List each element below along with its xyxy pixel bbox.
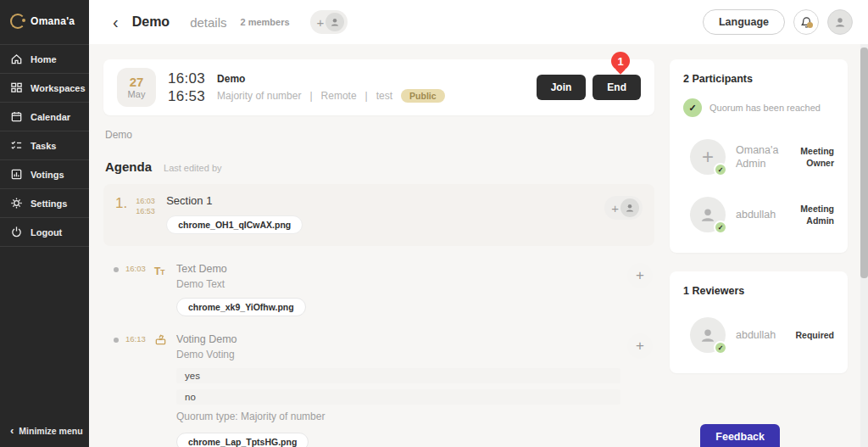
sidebar-item-label: Settings: [31, 198, 67, 209]
quorum-status-row: ✓ Quorum has been reached: [683, 98, 834, 117]
join-button[interactable]: Join: [537, 75, 587, 100]
tab-details[interactable]: details: [190, 15, 226, 30]
agenda-last-edited: Last edited by: [164, 163, 222, 173]
item-title: Text Demo: [176, 263, 620, 275]
meeting-quorum-type: Majority of number: [217, 90, 301, 102]
sidebar-item-tasks[interactable]: Tasks: [0, 131, 89, 160]
attended-check-icon: ✓: [714, 221, 727, 234]
sidebar-item-workspaces[interactable]: Workspaces: [0, 74, 89, 103]
attachment-chip[interactable]: chrome_Lap_TptsHG.png: [176, 433, 309, 447]
meeting-description: Demo: [105, 129, 654, 141]
feedback-button[interactable]: Feedback: [700, 424, 780, 447]
page-title: Demo: [132, 14, 170, 30]
meeting-month: May: [128, 89, 146, 99]
vote-option-yes[interactable]: yes: [176, 368, 620, 383]
meeting-date: 27 May: [117, 68, 156, 107]
sidebar-nav: Home Workspaces Calendar Tasks Votings S…: [0, 44, 89, 247]
app-root: Omana'a Home Workspaces Calendar Tasks V…: [0, 0, 868, 447]
participant-role: Meeting Admin: [786, 203, 834, 226]
agenda-section-row[interactable]: 1. 16:03 16:53 Section 1 chrome_OH1_qICw…: [103, 184, 654, 246]
reviewers-card: 1 Reviewers ✓ abdullah Required: [670, 271, 848, 373]
sidebar-item-label: Home: [31, 54, 57, 64]
section-times: 16:03 16:53: [136, 196, 158, 234]
participant-name: abdullah: [736, 208, 776, 221]
add-item-button[interactable]: +: [627, 263, 653, 288]
meeting-tag: test: [376, 90, 392, 102]
meta-separator: |: [365, 90, 368, 102]
sidebar-item-label: Calendar: [31, 112, 70, 122]
minimize-menu-label: Minimize menu: [19, 426, 82, 436]
sidebar-item-calendar[interactable]: Calendar: [0, 103, 89, 131]
right-column: 2 Participants ✓ Quorum has been reached…: [670, 59, 848, 447]
back-icon[interactable]: ‹: [113, 14, 119, 31]
sidebar-item-label: Votings: [31, 170, 64, 180]
quorum-type-label: Quorum type: Majority of number: [176, 411, 620, 422]
end-button[interactable]: End: [593, 75, 641, 100]
participants-card: 2 Participants ✓ Quorum has been reached…: [670, 59, 848, 253]
reviewed-check-icon: ✓: [714, 341, 727, 355]
reviewer-name: abdullah: [736, 328, 785, 342]
reviewer-row[interactable]: ✓ abdullah Required: [683, 310, 834, 360]
agenda-item-text[interactable]: 16:03 TT Text Demo Demo Text chrome_xk9_…: [103, 246, 654, 316]
notification-dot: [807, 22, 813, 28]
participant-row[interactable]: + ✓ Omana'a Admin Meeting Owner: [683, 132, 834, 182]
attended-check-icon: ✓: [714, 163, 727, 176]
scrollbar-track[interactable]: [860, 44, 868, 447]
members-count: 2 members: [240, 17, 289, 27]
main-area: ‹ Demo details 2 members + Language: [89, 0, 868, 447]
sidebar-item-logout[interactable]: Logout: [0, 218, 89, 247]
meeting-meta: Majority of number | Remote | test Publi…: [217, 89, 525, 103]
add-member-button[interactable]: +: [310, 10, 348, 34]
participant-role: Meeting Owner: [788, 145, 834, 169]
plus-icon: +: [317, 16, 325, 29]
reviewers-title: 1 Reviewers: [683, 285, 834, 297]
sidebar-item-settings[interactable]: Settings: [0, 189, 89, 218]
sidebar-item-label: Logout: [31, 227, 62, 237]
participants-title: 2 Participants: [683, 73, 834, 85]
attachment-chip[interactable]: chrome_OH1_qICwAX.png: [166, 215, 303, 234]
agenda-header: Agenda Last edited by: [105, 159, 654, 174]
section-end-time: 16:53: [136, 206, 158, 216]
avatar: + ✓: [690, 139, 726, 175]
content: 27 May 16:03 16:53 Demo Majority of numb…: [89, 44, 868, 447]
item-subtitle: Demo Text: [176, 278, 620, 290]
agenda-item-voting[interactable]: 16:13 Voting Demo Demo Voting yes no Quo…: [103, 316, 654, 447]
workspaces-icon: [10, 81, 23, 94]
section-body: Section 1 chrome_OH1_qICwAX.png: [166, 194, 587, 234]
sidebar-item-votings[interactable]: Votings: [0, 160, 89, 189]
meeting-info: Demo Majority of number | Remote | test …: [217, 73, 525, 103]
item-subtitle: Demo Voting: [176, 349, 620, 360]
brand-logo: Omana'a: [0, 0, 89, 44]
calendar-icon: [10, 110, 23, 123]
vote-option-no[interactable]: no: [176, 389, 620, 405]
add-item-button[interactable]: +: [627, 333, 653, 359]
brand-logo-icon: [10, 14, 25, 29]
brand-name: Omana'a: [31, 15, 75, 27]
participant-row[interactable]: ✓ abdullah Meeting Admin: [683, 190, 834, 239]
section-number: 1.: [115, 196, 127, 234]
sidebar-item-home[interactable]: Home: [0, 45, 89, 74]
meeting-actions: 1 Join End: [537, 75, 641, 100]
chevron-left-icon: ‹: [10, 424, 14, 437]
check-icon: ✓: [683, 98, 702, 117]
minimize-menu-button[interactable]: ‹ Minimize menu: [10, 424, 83, 437]
avatar: ✓: [690, 197, 726, 232]
scrollbar-thumb[interactable]: [860, 47, 868, 278]
item-time: 16:03: [125, 264, 147, 316]
language-button[interactable]: Language: [703, 9, 785, 35]
meeting-card: 27 May 16:03 16:53 Demo Majority of numb…: [103, 59, 654, 115]
bullet-dot: [114, 338, 119, 343]
section-assign-button[interactable]: +: [604, 196, 643, 220]
section-title: Section 1: [166, 194, 587, 207]
meeting-times: 16:03 16:53: [168, 70, 205, 106]
member-avatar-icon: [326, 13, 344, 31]
bullet-dot: [114, 267, 119, 272]
sidebar-item-label: Tasks: [31, 141, 56, 151]
visibility-badge: Public: [401, 89, 445, 103]
quorum-status-text: Quorum has been reached: [709, 103, 821, 113]
profile-avatar-button[interactable]: [827, 9, 853, 35]
sidebar: Omana'a Home Workspaces Calendar Tasks V…: [0, 0, 89, 447]
attachment-chip[interactable]: chrome_xk9_YiOfhw.png: [176, 298, 306, 316]
home-icon: [10, 53, 23, 65]
notifications-button[interactable]: [793, 9, 819, 35]
